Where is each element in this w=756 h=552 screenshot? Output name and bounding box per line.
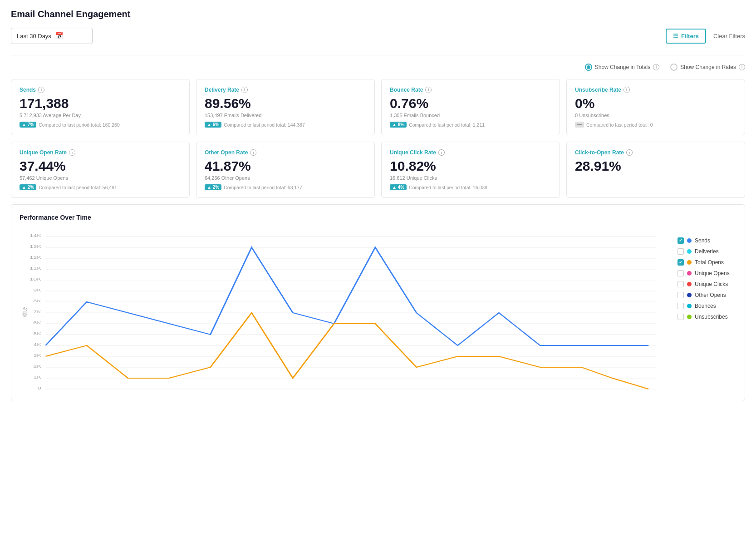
metric-value: 28.91% [575,158,736,173]
svg-text:10K: 10K [29,277,41,282]
legend-label: Total Opens [695,259,724,266]
legend-item[interactable]: Deliveries [677,248,736,255]
legend-checkbox[interactable] [677,248,684,255]
metric-card: Bounce Rate i 0.76% 1,305 Emails Bounced… [381,79,560,135]
metric-label: Click-to-Open Rate i [575,149,736,156]
metric-change: ▲ 2%Compared to last period total: 56,49… [20,184,181,190]
clear-filters-button[interactable]: Clear Filters [713,33,745,39]
metric-info-icon[interactable]: i [626,149,633,156]
totals-info-icon[interactable]: i [653,64,659,70]
filters-button[interactable]: ☰ Filters [666,29,706,44]
change-badge: ▲ 2% [20,184,36,190]
metrics-row-1: Sends i 171,388 5,712,933 Average Per Da… [11,79,745,135]
svg-text:12K: 12K [29,255,41,260]
legend-checkbox[interactable] [677,270,684,276]
metric-card: Sends i 171,388 5,712,933 Average Per Da… [11,79,190,135]
legend-item[interactable]: Unique Opens [677,270,736,276]
metric-sub: 16,612 Unique Clicks [390,175,551,181]
chart-area: 0 1K 2K 3K 4K 5K 6K 7K 8K 9K 10K 11K 12K… [20,228,670,392]
legend-label: Unique Clicks [695,281,728,287]
svg-text:3K: 3K [33,353,41,358]
legend-item[interactable]: Other Opens [677,292,736,298]
change-text: Compared to last period total: 56,491 [39,185,117,190]
metric-sub: 5,712,933 Average Per Day [20,113,181,118]
legend-checkbox[interactable] [677,292,684,298]
change-badge: ▲ 7% [20,122,36,128]
metric-sub: 0 Unsubscribes [575,113,736,118]
change-badge: ▲ 8% [390,122,407,128]
metric-card: Unique Open Rate i 37.44% 57,462 Unique … [11,142,190,198]
legend-label: Other Opens [695,292,726,298]
chart-container: 0 1K 2K 3K 4K 5K 6K 7K 8K 9K 10K 11K 12K… [20,228,736,392]
legend-checkbox[interactable] [677,259,684,266]
metric-change: ▲ 6%Compared to last period total: 144,3… [205,122,366,128]
metric-label: Unsubscribe Rate i [575,87,736,93]
metric-sub: 1,305 Emails Bounced [390,113,551,118]
metric-value: 0.76% [390,96,551,111]
svg-text:7K: 7K [33,310,41,315]
totals-label: Show Change in Totals [595,64,651,70]
legend-dot [687,315,692,319]
legend-checkbox[interactable] [677,237,684,244]
metric-value: 37.44% [20,158,181,173]
metric-info-icon[interactable]: i [250,149,256,156]
metric-label: Unique Open Rate i [20,149,181,156]
metric-change: ▲ 2%Compared to last period total: 63,17… [205,184,366,190]
metrics-row-2: Unique Open Rate i 37.44% 57,462 Unique … [11,142,745,198]
filter-lines-icon: ☰ [673,33,678,39]
metric-card: Other Open Rate i 41.87% 64,266 Other Op… [196,142,375,198]
top-bar-right: ☰ Filters Clear Filters [666,29,745,44]
legend-label: Deliveries [695,248,719,255]
svg-text:6K: 6K [33,320,41,325]
change-text: Compared to last period total: 160,260 [39,122,120,128]
metric-value: 171,388 [20,96,181,111]
metric-info-icon[interactable]: i [438,149,445,156]
legend-item[interactable]: Unsubscribes [677,314,736,320]
show-change-totals-option[interactable]: Show Change in Totals i [585,64,660,71]
metric-card: Unique Click Rate i 10.82% 16,612 Unique… [381,142,560,198]
metric-info-icon[interactable]: i [241,87,248,93]
rates-label: Show Change in Rates [680,64,736,70]
metric-label: Unique Click Rate i [390,149,551,156]
metric-info-icon[interactable]: i [69,149,75,156]
legend-item[interactable]: Sends [677,237,736,244]
chart-legend: Sends Deliveries Total Opens Unique Open… [677,228,736,392]
metric-info-icon[interactable]: i [38,87,44,93]
metric-info-icon[interactable]: i [425,87,432,93]
toggle-row: Show Change in Totals i Show Change in R… [11,64,745,71]
show-change-rates-option[interactable]: Show Change in Rates i [670,64,745,71]
legend-item[interactable]: Total Opens [677,259,736,266]
metric-change: ▲ 4%Compared to last period total: 16,03… [390,184,551,190]
change-text: Compared to last period total: 16,038 [409,185,487,190]
metric-sub: 57,462 Unique Opens [20,175,181,181]
legend-checkbox[interactable] [677,314,684,320]
legend-item[interactable]: Bounces [677,303,736,309]
svg-text:9K: 9K [33,288,41,293]
legend-checkbox[interactable] [677,303,684,309]
legend-checkbox[interactable] [677,281,684,287]
change-text: Compared to last period total: 0 [586,122,653,128]
chart-title: Performance Over Time [20,214,736,221]
divider [11,55,745,55]
metric-card: Delivery Rate i 89.56% 153,497 Emails De… [196,79,375,135]
metric-sub: 153,497 Emails Delivered [205,113,366,118]
filters-label: Filters [681,33,699,39]
legend-item[interactable]: Unique Clicks [677,281,736,287]
svg-text:13K: 13K [29,244,41,249]
metric-value: 89.56% [205,96,366,111]
metric-change: ▲ 7%Compared to last period total: 160,2… [20,122,181,128]
svg-text:2K: 2K [33,364,41,369]
metric-label: Sends i [20,87,181,93]
totals-radio[interactable] [585,64,592,71]
date-filter-label: Last 30 Days [17,33,51,39]
metric-card: Click-to-Open Rate i 28.91% [566,142,745,198]
rates-radio[interactable] [670,64,677,71]
svg-text:4K: 4K [33,342,41,347]
legend-label: Unique Opens [695,270,730,276]
metric-value: 10.82% [390,158,551,173]
change-badge: ▲ 4% [390,184,407,190]
metric-info-icon[interactable]: i [623,87,630,93]
top-bar: Last 30 Days 📅 ☰ Filters Clear Filters [11,28,745,44]
rates-info-icon[interactable]: i [739,64,745,70]
date-filter[interactable]: Last 30 Days 📅 [11,28,93,44]
